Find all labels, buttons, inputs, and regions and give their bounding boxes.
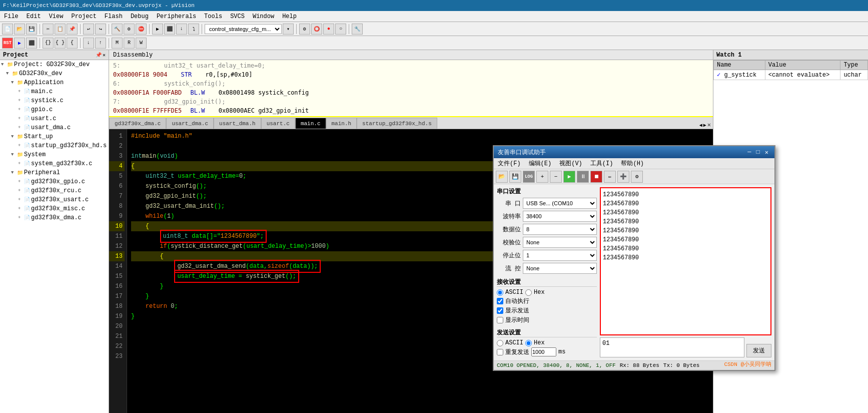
repeat-check[interactable] (497, 349, 503, 355)
port-combo[interactable]: USB Se... (COM10 (523, 198, 597, 209)
tab-startup-s[interactable]: startup_gd32f30x_hd.s (357, 118, 437, 129)
menu-project[interactable]: Project (67, 12, 100, 21)
dialog-close-btn[interactable]: ✕ (763, 149, 770, 156)
tree-misc[interactable]: + 📄 gd32f30x_misc.c (0, 204, 109, 213)
tree-usart-dma-c[interactable]: + 📄 usart_dma.c (0, 123, 109, 132)
mem-btn[interactable]: M (112, 38, 123, 49)
brace2-btn[interactable]: { } (55, 38, 66, 49)
menu-debug[interactable]: Debug (127, 12, 153, 21)
stepout-btn[interactable]: ↑ (95, 38, 106, 49)
debug-btn[interactable]: ▶ (152, 24, 163, 35)
tab-usart-dma-c[interactable]: usart_dma.c (166, 118, 214, 129)
tab-main-h[interactable]: main.h (326, 118, 357, 129)
target-combo[interactable]: control_strategy_cfg_m... (205, 24, 282, 34)
d-plus-btn[interactable]: + (536, 171, 548, 183)
brace3-btn[interactable]: { (67, 38, 78, 49)
circle2-btn[interactable]: ○ (335, 24, 346, 35)
d-run-btn[interactable]: ▶ (563, 171, 575, 183)
flow-combo[interactable]: None (523, 263, 597, 274)
tree-peripheral[interactable]: ▼ 📁 Peripheral (0, 168, 109, 177)
recv-hex-radio[interactable] (525, 289, 532, 296)
tab-gd32-dma[interactable]: gd32f30x_dma.c (109, 118, 166, 129)
copy-btn[interactable]: 📋 (55, 24, 66, 35)
save-btn[interactable]: 💾 (26, 24, 37, 35)
tree-startup[interactable]: ▼ 📁 Start_up (0, 132, 109, 141)
tree-usart-c[interactable]: + 📄 usart.c (0, 114, 109, 123)
data-combo[interactable]: 8 (523, 224, 597, 235)
tab-main-c[interactable]: main.c (295, 118, 326, 129)
tab-usart-c[interactable]: usart.c (261, 118, 295, 129)
wrench-btn[interactable]: 🔧 (352, 24, 363, 35)
rebuild-btn[interactable]: ⚙ (124, 24, 135, 35)
new-file-btn[interactable]: 📄 (2, 24, 13, 35)
minimize-btn[interactable]: ─ (745, 149, 753, 156)
tree-main-c[interactable]: + 📄 main.c (0, 87, 109, 96)
tab-usart-dma-h[interactable]: usart_dma.h (214, 118, 261, 129)
maximize-btn[interactable]: □ (754, 149, 762, 156)
tab-close-x[interactable]: ✕ (707, 121, 711, 129)
cut-btn[interactable]: ✂ (43, 24, 54, 35)
brace1-btn[interactable]: {} (43, 38, 54, 49)
menu-help[interactable]: Help (278, 12, 301, 21)
menu-tools[interactable]: Tools (200, 12, 226, 21)
close-panel-icon[interactable]: ✕ (103, 52, 106, 58)
open-btn[interactable]: 📂 (14, 24, 25, 35)
d-edit-btn[interactable]: ✏ (604, 171, 616, 183)
tree-startup-s[interactable]: + 📄 startup_gd32f30x_hd.s (0, 141, 109, 150)
tree-usart-gd[interactable]: + 📄 gd32f30x_usart.c (0, 195, 109, 204)
red-dot-btn[interactable]: ● (323, 24, 334, 35)
d-menu-help[interactable]: 帮助(H) (619, 158, 646, 169)
d-menu-tools[interactable]: 工具(I) (588, 158, 615, 169)
stop3-btn[interactable]: ⬛ (26, 38, 37, 49)
send-hex-radio[interactable] (525, 340, 532, 346)
tree-systick-c[interactable]: + 📄 systick.c (0, 96, 109, 105)
parity-combo[interactable]: None (523, 237, 597, 248)
show-time-check[interactable] (497, 317, 503, 323)
combo-btn[interactable]: ▾ (283, 24, 294, 35)
d-menu-edit[interactable]: 编辑(E) (527, 158, 554, 169)
tab-scroll-right[interactable]: ▶ (703, 122, 706, 128)
redo-btn[interactable]: ↪ (95, 24, 106, 35)
step-btn[interactable]: ↓ (176, 24, 187, 35)
tab-scroll-left[interactable]: ◀ (699, 122, 702, 128)
paste-btn[interactable]: 📌 (67, 24, 78, 35)
menu-flash[interactable]: Flash (101, 12, 127, 21)
tree-project-root[interactable]: ▼ 📁 Project: GD32F30x_dev (0, 60, 109, 69)
send-input[interactable]: 01 (600, 337, 744, 357)
menu-view[interactable]: View (45, 12, 68, 21)
stop-btn[interactable]: ⛔ (136, 24, 147, 35)
tree-gd32[interactable]: ▼ 📁 GD32F30x_dev (0, 69, 109, 78)
pin-icon[interactable]: 📌 (96, 52, 102, 58)
baud-combo[interactable]: 38400 (523, 211, 597, 222)
stepover-btn[interactable]: ⤵ (188, 24, 199, 35)
tree-application[interactable]: ▼ 📁 Application (0, 78, 109, 87)
tree-system[interactable]: ▼ 📁 System (0, 150, 109, 159)
tree-gpio-gd[interactable]: + 📄 gd32f30x_gpio.c (0, 177, 109, 186)
menu-peripherals[interactable]: Peripherals (153, 12, 200, 21)
d-pause-btn[interactable]: ⏸ (577, 171, 589, 183)
menu-svcs[interactable]: SVCS (226, 12, 249, 21)
tree-rcu[interactable]: + 📄 gd32f30x_rcu.c (0, 186, 109, 195)
step2-btn[interactable]: ↓ (83, 38, 94, 49)
d-minus-btn[interactable]: − (550, 171, 562, 183)
reset-btn[interactable]: RST (2, 38, 13, 49)
menu-edit[interactable]: Edit (23, 12, 45, 21)
tree-gpio-c[interactable]: + 📄 gpio.c (0, 105, 109, 114)
tree-dma[interactable]: + 📄 gd32f30x_dma.c (0, 213, 109, 222)
menu-window[interactable]: Window (249, 12, 278, 21)
build-btn[interactable]: 🔨 (112, 24, 123, 35)
watch-btn[interactable]: W (136, 38, 147, 49)
d-log-btn[interactable]: LOG (523, 171, 535, 183)
reg-btn[interactable]: R (124, 38, 135, 49)
interval-input[interactable] (531, 347, 556, 356)
d-stop-btn[interactable]: ⏹ (590, 171, 602, 183)
run-btn[interactable]: ▶ (14, 38, 25, 49)
stop-combo[interactable]: 1 (523, 250, 597, 261)
show-send-check[interactable] (497, 307, 503, 314)
d-settings-btn[interactable]: ⚙ (631, 171, 643, 183)
undo-btn[interactable]: ↩ (83, 24, 94, 35)
send-ascii-radio[interactable] (497, 340, 503, 346)
auto-exec-check[interactable] (497, 298, 503, 304)
d-menu-file[interactable]: 文件(F) (496, 158, 523, 169)
settings-btn[interactable]: ⚙ (299, 24, 310, 35)
